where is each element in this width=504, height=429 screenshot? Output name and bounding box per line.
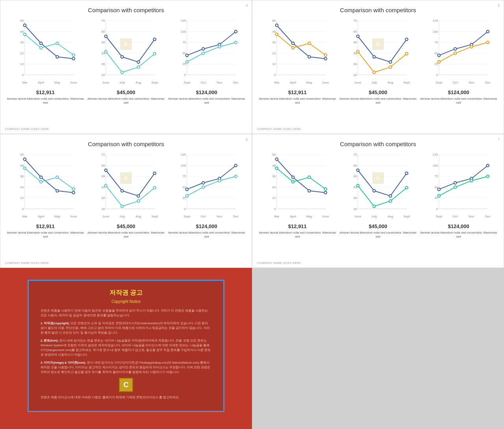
svg-text:70: 70 — [101, 153, 105, 156]
svg-text:18: 18 — [101, 207, 105, 211]
svg-text:May: May — [54, 215, 61, 218]
card-num: 6 — [246, 137, 248, 141]
svg-text:Oct: Oct — [453, 215, 458, 218]
chart-3: 0255075100125 SeptOctNovDec — [167, 150, 247, 219]
svg-text:25: 25 — [182, 196, 186, 200]
svg-text:June: June — [354, 215, 361, 218]
svg-text:Sept: Sept — [184, 215, 191, 218]
svg-text:18: 18 — [353, 207, 357, 211]
card-num: 5 — [498, 4, 500, 7]
svg-text:Oct: Oct — [201, 81, 206, 84]
svg-point-306 — [470, 179, 473, 182]
svg-point-203 — [153, 186, 156, 189]
svg-text:125: 125 — [433, 153, 438, 156]
svg-text:Sept: Sept — [403, 81, 410, 84]
svg-text:12: 12 — [272, 62, 276, 66]
copyright-subtitle: Copyright Notice — [41, 299, 211, 304]
svg-text:Nov: Nov — [469, 215, 474, 218]
svg-point-97 — [292, 46, 295, 49]
value-desc-2: Aenean lacinia bibendum nulla sed consec… — [418, 97, 499, 105]
svg-text:April: April — [290, 81, 296, 84]
copyright-sections: 1. 저작권(copyright): 모든 컨텐츠의 소유 및 저작권은 콘텐츠… — [41, 321, 211, 392]
svg-point-124 — [389, 66, 392, 69]
logo-center: C — [41, 378, 211, 392]
svg-point-201 — [121, 205, 124, 208]
svg-text:60: 60 — [101, 30, 105, 33]
svg-text:April: April — [38, 215, 44, 218]
svg-text:60: 60 — [272, 153, 276, 156]
svg-point-119 — [373, 56, 376, 58]
svg-point-225 — [234, 164, 237, 167]
svg-point-147 — [486, 30, 489, 33]
svg-point-42 — [137, 61, 140, 63]
svg-text:36: 36 — [20, 41, 24, 44]
svg-point-202 — [137, 200, 140, 202]
svg-point-196 — [104, 169, 107, 172]
svg-text:0: 0 — [22, 73, 24, 77]
svg-text:Sept: Sept — [151, 81, 158, 84]
svg-text:70: 70 — [353, 153, 357, 156]
svg-point-250 — [308, 189, 311, 192]
svg-text:24: 24 — [20, 186, 24, 189]
comparison-card-4: 7 Comparison with competitors 0122436486… — [252, 134, 504, 268]
svg-text:48: 48 — [20, 30, 24, 33]
svg-point-197 — [121, 189, 124, 192]
svg-text:100: 100 — [433, 30, 438, 33]
svg-text:Sept: Sept — [184, 81, 191, 84]
svg-point-172 — [56, 189, 59, 192]
svg-text:0: 0 — [184, 207, 186, 211]
svg-text:48: 48 — [272, 30, 276, 33]
svg-point-19 — [40, 46, 43, 49]
svg-point-281 — [405, 186, 408, 189]
svg-point-67 — [202, 48, 205, 50]
svg-text:0: 0 — [274, 207, 276, 211]
svg-text:July: July — [371, 81, 377, 84]
svg-point-98 — [308, 42, 311, 45]
svg-point-72 — [218, 45, 221, 48]
svg-point-274 — [356, 169, 359, 172]
svg-point-227 — [202, 186, 205, 189]
value-block-2: $124,000 Aenean lacinia bibendum nulla s… — [166, 89, 247, 105]
svg-point-21 — [72, 54, 75, 56]
chart-1: 01224364860 MarAprilMayJune — [257, 150, 337, 219]
svg-text:100: 100 — [181, 164, 186, 167]
comparison-card-3: 6 Comparison with competitors 0122436486… — [0, 134, 252, 268]
svg-point-148 — [437, 61, 440, 63]
value-desc-0: Aenean lacinia bibendum nulla sed consec… — [5, 97, 86, 105]
chart-2: 182839496070 JuneJulyAugSept C — [86, 17, 166, 85]
svg-point-20 — [56, 42, 59, 45]
copyright-body: 컨텐츠 제품을 사용하기 전에 다음의 법규와 조항들을 주의하여 읽어 주시기… — [41, 308, 211, 318]
svg-text:12: 12 — [272, 196, 276, 200]
svg-point-92 — [275, 24, 278, 27]
svg-text:June: June — [322, 81, 329, 84]
svg-text:Mar: Mar — [22, 215, 28, 218]
svg-text:Mar: Mar — [22, 81, 28, 84]
charts-row: 01224364860 MarAprilMayJune 182839496070… — [257, 150, 499, 219]
svg-point-300 — [437, 188, 440, 191]
value-amount-0: $12,911 — [5, 223, 86, 229]
svg-text:Mar: Mar — [274, 215, 280, 218]
svg-text:48: 48 — [272, 164, 276, 167]
svg-point-226 — [185, 195, 188, 197]
svg-point-173 — [72, 191, 75, 194]
company-name: COMPANY NAME GOES HERE — [257, 128, 301, 130]
company-name: COMPANY NAME GOES HERE — [257, 262, 301, 264]
svg-point-121 — [405, 38, 408, 41]
svg-point-199 — [153, 172, 156, 175]
svg-text:70: 70 — [353, 19, 357, 22]
svg-point-66 — [185, 54, 188, 57]
svg-text:0: 0 — [436, 207, 438, 211]
chart-3: 0255075100125 SeptOctNovDec — [419, 17, 499, 85]
copyright-panel: 저작권 공고 Copyright Notice 컨텐츠 제품을 사용하기 전에 … — [0, 268, 252, 429]
svg-point-254 — [308, 176, 311, 179]
charts-row: 01224364860 MarAprilMayJune 182839496070… — [257, 17, 499, 85]
company-name: COMPANY NAME GOES HERE — [5, 128, 49, 130]
svg-point-151 — [486, 41, 489, 44]
svg-text:28: 28 — [101, 62, 105, 66]
svg-point-122 — [356, 50, 359, 53]
value-amount-1: $45,000 — [338, 223, 419, 229]
svg-text:May: May — [306, 215, 313, 218]
svg-text:12: 12 — [20, 62, 24, 66]
svg-text:June: June — [70, 81, 77, 84]
svg-point-176 — [56, 176, 59, 179]
